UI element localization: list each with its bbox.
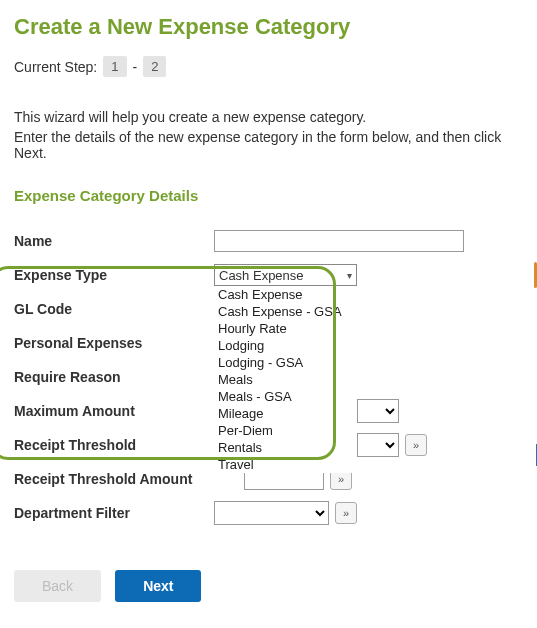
option-cash-expense-gsa[interactable]: Cash Expense - GSA (214, 303, 357, 320)
option-mileage[interactable]: Mileage (214, 405, 357, 422)
label-receipt-threshold: Receipt Threshold (14, 437, 214, 453)
label-name: Name (14, 233, 214, 249)
page-title: Create a New Expense Category (14, 14, 535, 40)
label-receipt-threshold-amount: Receipt Threshold Amount (14, 471, 214, 487)
label-maximum-amount: Maximum Amount (14, 403, 214, 419)
intro-line-1: This wizard will help you create a new e… (14, 109, 535, 125)
option-per-diem[interactable]: Per-Diem (214, 422, 357, 439)
label-gl-code: GL Code (14, 301, 214, 317)
option-cash-expense[interactable]: Cash Expense (214, 286, 357, 303)
step-indicator: Current Step: 1 - 2 (14, 56, 535, 77)
expense-type-select[interactable]: Cash Expense ▾ (214, 264, 357, 286)
next-button[interactable]: Next (115, 570, 201, 602)
department-filter-more-button[interactable]: » (335, 502, 357, 524)
step-2: 2 (143, 56, 166, 77)
max-amount-select[interactable] (357, 399, 399, 423)
expense-type-options[interactable]: Cash Expense Cash Expense - GSA Hourly R… (214, 286, 357, 473)
label-department-filter: Department Filter (14, 505, 214, 521)
option-travel[interactable]: Travel (214, 456, 357, 473)
option-hourly-rate[interactable]: Hourly Rate (214, 320, 357, 337)
chevron-down-icon: ▾ (347, 270, 352, 281)
label-require-reason: Require Reason (14, 369, 214, 385)
receipt-threshold-more-button[interactable]: » (405, 434, 427, 456)
option-rentals[interactable]: Rentals (214, 439, 357, 456)
label-expense-type: Expense Type (14, 267, 214, 283)
name-input[interactable] (214, 230, 464, 252)
step-label: Current Step: (14, 59, 97, 75)
option-lodging[interactable]: Lodging (214, 337, 357, 354)
intro-line-2: Enter the details of the new expense cat… (14, 129, 535, 161)
option-lodging-gsa[interactable]: Lodging - GSA (214, 354, 357, 371)
section-heading: Expense Category Details (14, 187, 535, 204)
step-1: 1 (103, 56, 126, 77)
label-personal-expenses: Personal Expenses (14, 335, 214, 351)
option-meals[interactable]: Meals (214, 371, 357, 388)
intro-text: This wizard will help you create a new e… (14, 109, 535, 161)
receipt-threshold-select[interactable] (357, 433, 399, 457)
option-meals-gsa[interactable]: Meals - GSA (214, 388, 357, 405)
back-button: Back (14, 570, 101, 602)
step-separator: - (133, 59, 138, 75)
department-filter-select[interactable] (214, 501, 329, 525)
expense-type-selected: Cash Expense (219, 268, 304, 283)
